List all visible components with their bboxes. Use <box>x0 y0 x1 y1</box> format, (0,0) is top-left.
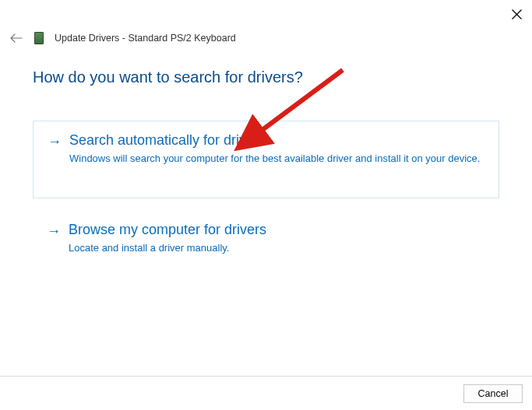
device-icon <box>34 32 44 44</box>
cancel-button[interactable]: Cancel <box>463 384 523 403</box>
arrow-right-icon: → <box>47 224 61 238</box>
close-icon <box>512 9 522 19</box>
header-row: Update Drivers - Standard PS/2 Keyboard <box>9 31 236 45</box>
close-button[interactable] <box>507 5 526 23</box>
window-title: Update Drivers - Standard PS/2 Keyboard <box>55 33 236 44</box>
footer: Cancel <box>0 376 532 410</box>
option-browse-desc: Locate and install a driver manually. <box>69 241 485 255</box>
option-browse-computer[interactable]: → Browse my computer for drivers Locate … <box>33 214 499 269</box>
back-arrow-icon <box>10 33 23 43</box>
option-search-automatically[interactable]: → Search automatically for drivers Windo… <box>33 121 499 198</box>
option-auto-title: Search automatically for drivers <box>69 132 484 149</box>
option-browse-title: Browse my computer for drivers <box>69 222 485 238</box>
option-auto-desc: Windows will search your computer for th… <box>69 152 484 166</box>
arrow-right-icon: → <box>48 135 62 149</box>
page-heading: How do you want to search for drivers? <box>33 68 499 86</box>
content-area: How do you want to search for drivers? →… <box>33 68 499 269</box>
back-button[interactable] <box>9 31 23 45</box>
